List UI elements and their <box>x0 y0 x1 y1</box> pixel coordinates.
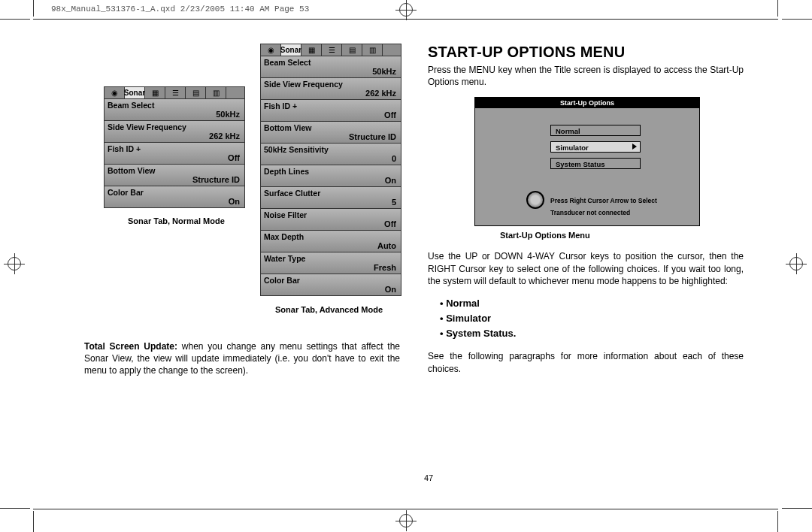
tab-icon: ▦ <box>145 87 165 98</box>
figures-area: ◉ Sonar ▦ ☰ ▤ ▥ Beam Select50kHzSide Vie… <box>84 44 400 310</box>
device-tabbar: ◉ Sonar ▦ ☰ ▤ ▥ <box>260 44 401 56</box>
row-value: Auto <box>377 241 396 250</box>
registration-mark-bottom <box>399 514 413 527</box>
row-value: Fresh <box>374 263 396 272</box>
row-value: Off <box>384 110 396 119</box>
device-row: Bottom ViewStructure ID <box>261 122 401 144</box>
device-row: Side View Frequency262 kHz <box>105 121 244 143</box>
startup-title: Start-Up Options <box>475 98 699 108</box>
device-advanced: ◉ Sonar ▦ ☰ ▤ ▥ Beam Select50kHzSide Vie… <box>260 44 401 296</box>
tab-sonar: Sonar <box>281 44 301 56</box>
row-value: 262 kHz <box>365 89 396 98</box>
device-row: Side View Frequency262 kHz <box>261 78 401 100</box>
row-value: On <box>385 285 396 294</box>
device-row: Water TypeFresh <box>261 252 401 274</box>
device-row: Depth LinesOn <box>261 165 401 187</box>
device-row: Fish ID +Off <box>105 143 244 165</box>
row-value: On <box>385 176 396 185</box>
row-label: Beam Select <box>264 58 311 67</box>
row-label: Side View Frequency <box>264 80 343 89</box>
startup-caption: Start-Up Options Menu <box>500 231 744 240</box>
sonar-tab-normal-figure: ◉ Sonar ▦ ☰ ▤ ▥ Beam Select50kHzSide Vie… <box>104 86 245 208</box>
tab-sonar: Sonar <box>125 87 145 98</box>
tab-icon: ◉ <box>261 44 281 56</box>
section-heading: START-UP OPTIONS MENU <box>428 44 744 61</box>
startup-option: Simulator <box>550 141 641 153</box>
device-row: Noise FilterOff <box>261 209 401 231</box>
row-label: Side View Frequency <box>108 122 186 131</box>
row-label: Color Bar <box>264 276 300 285</box>
device-row: Beam Select50kHz <box>261 56 401 78</box>
row-label: Max Depth <box>264 232 304 241</box>
registration-mark-left <box>8 257 21 271</box>
tab-icon: ▤ <box>186 87 206 98</box>
left-column: ◉ Sonar ▦ ☰ ▤ ▥ Beam Select50kHzSide Vie… <box>84 44 400 386</box>
caption-normal: Sonar Tab, Normal Mode <box>128 216 225 225</box>
arrow-right-icon <box>632 144 637 150</box>
cursor-icon <box>526 191 544 209</box>
row-value: 0 <box>392 154 396 163</box>
row-value: Structure ID <box>349 132 396 141</box>
row-label: Bottom View <box>264 123 311 132</box>
device-row: 50kHz Sensitivity0 <box>261 144 401 165</box>
startup-option: System Status <box>550 158 641 169</box>
startup-options-figure: Start-Up Options NormalSimulatorSystem S… <box>474 97 700 226</box>
row-label: Color Bar <box>108 188 144 197</box>
intro-para: Press the MENU key when the Title screen… <box>428 64 744 88</box>
page-number: 47 <box>84 473 773 482</box>
device-row: Surface Clutter5 <box>261 187 401 209</box>
tab-icon: ▦ <box>301 44 322 56</box>
device-row: Color BarOn <box>105 186 244 207</box>
caption-advanced: Sonar Tab, Advanced Mode <box>275 305 383 314</box>
para-instructions: Use the UP or DOWN 4-WAY Cursor keys to … <box>428 250 744 287</box>
sonar-tab-advanced-figure: ◉ Sonar ▦ ☰ ▤ ▥ Beam Select50kHzSide Vie… <box>260 44 401 296</box>
registration-mark-top <box>399 3 413 17</box>
row-value: On <box>229 197 240 206</box>
print-header: 98x_Manual_531376-1_A.qxd 2/23/2005 11:4… <box>51 5 309 14</box>
startup-hint1: Press Right Cursor Arrow to Select <box>550 197 657 204</box>
row-label: 50kHz Sensitivity <box>264 145 329 154</box>
crop-mark <box>782 19 812 20</box>
row-label: Water Type <box>264 254 305 263</box>
device-row: Max DepthAuto <box>261 231 401 252</box>
device-tabbar: ◉ Sonar ▦ ☰ ▤ ▥ <box>104 86 245 98</box>
crop-mark <box>0 19 30 20</box>
startup-body: NormalSimulatorSystem Status Press Right… <box>475 108 699 225</box>
row-label: Noise Filter <box>264 210 307 219</box>
para-see-following: See the following paragraphs for more in… <box>428 350 744 374</box>
tab-icon: ◉ <box>105 87 125 98</box>
row-label: Beam Select <box>108 101 154 110</box>
row-value: Structure ID <box>192 175 240 184</box>
device-rows: Beam Select50kHzSide View Frequency262 k… <box>104 98 245 208</box>
startup-option: Normal <box>550 125 641 136</box>
tab-icon: ▥ <box>362 44 383 56</box>
row-label: Bottom View <box>108 166 155 175</box>
row-label: Surface Clutter <box>264 189 320 198</box>
tab-sonar-label: Sonar <box>124 89 145 97</box>
bullet-item: • Simulator <box>440 311 744 326</box>
registration-mark-right <box>789 257 803 271</box>
row-value: 5 <box>392 198 396 207</box>
total-screen-update-para: Total Screen Update: when you change any… <box>84 340 400 377</box>
device-normal: ◉ Sonar ▦ ☰ ▤ ▥ Beam Select50kHzSide Vie… <box>104 86 245 208</box>
row-value: 50kHz <box>216 110 240 119</box>
bullet-item: • System Status. <box>440 326 744 341</box>
tab-icon: ☰ <box>322 44 342 56</box>
para-bold: Total Screen Update: <box>84 341 177 352</box>
crop-mark <box>777 511 778 532</box>
row-value: 50kHz <box>372 67 396 76</box>
right-column: START-UP OPTIONS MENU Press the MENU key… <box>428 44 744 384</box>
device-row: Bottom ViewStructure ID <box>105 165 244 186</box>
row-label: Fish ID + <box>108 144 141 153</box>
crop-mark <box>782 508 812 509</box>
crop-mark <box>777 0 778 17</box>
tab-icon: ▤ <box>342 44 362 56</box>
device-rows: Beam Select50kHzSide View Frequency262 k… <box>260 56 401 296</box>
row-label: Fish ID + <box>264 101 297 110</box>
page-content: ◉ Sonar ▦ ☰ ▤ ▥ Beam Select50kHzSide Vie… <box>84 44 773 487</box>
tab-icon: ☰ <box>165 87 186 98</box>
crop-mark <box>33 0 34 17</box>
bullet-list: • Normal • Simulator • System Status. <box>440 296 744 341</box>
device-row: Beam Select50kHz <box>105 99 244 121</box>
row-value: 262 kHz <box>209 131 240 141</box>
